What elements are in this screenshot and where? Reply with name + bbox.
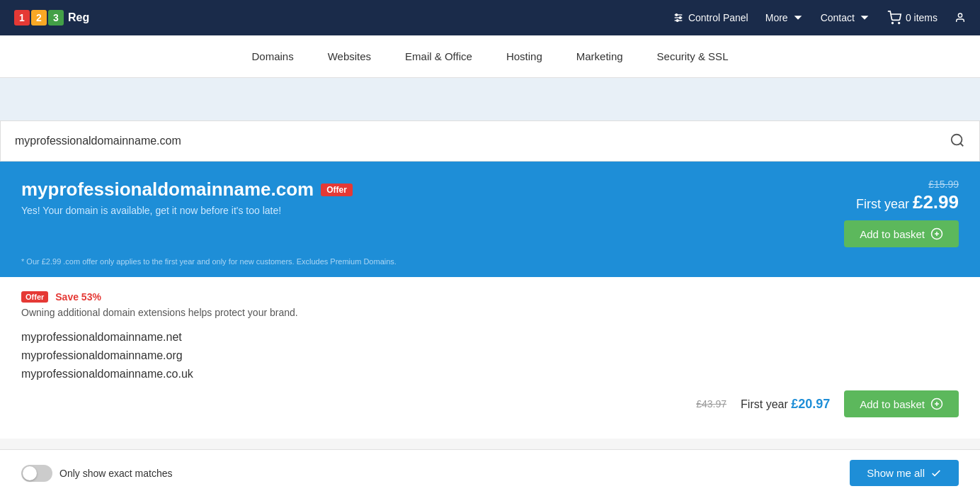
- show-me-label: Show me all: [867, 467, 925, 479]
- bundle-old-price: £43.97: [696, 398, 727, 410]
- contact-label: Contact: [821, 12, 855, 23]
- domain-info: myprofessionaldomainname.com Offer Yes! …: [21, 179, 353, 216]
- cart-icon: [887, 11, 901, 25]
- logo-box-2: 2: [31, 10, 47, 26]
- svg-line-10: [960, 143, 963, 146]
- old-price: £15.99: [844, 179, 959, 190]
- more-menu[interactable]: More: [765, 12, 804, 23]
- bundle-price-row: £43.97 First year £20.97 Add to basket: [21, 390, 959, 424]
- offer-badge-small: Offer: [21, 291, 48, 303]
- nav-email-office[interactable]: Email & Office: [402, 46, 475, 67]
- offer-badge: Offer: [321, 184, 353, 196]
- search-icon: [950, 133, 965, 148]
- search-bar: [0, 120, 980, 162]
- disclaimer-text: * Our £2.99 .com offer only applies to t…: [21, 257, 959, 266]
- cart-button[interactable]: 0 items: [887, 11, 938, 25]
- search-input[interactable]: [15, 135, 950, 147]
- list-item: myprofessionaldomainname.net: [21, 328, 959, 346]
- svg-point-7: [899, 23, 900, 24]
- logo[interactable]: 1 2 3 Reg: [14, 10, 89, 26]
- bundle-domain-list: myprofessionaldomainname.net myprofessio…: [21, 328, 959, 383]
- control-panel-link[interactable]: Control Panel: [673, 12, 748, 23]
- chevron-down-icon-contact: [859, 12, 870, 23]
- add-to-basket-button[interactable]: Add to basket: [844, 220, 959, 247]
- nav-websites[interactable]: Websites: [325, 46, 374, 67]
- svg-point-9: [952, 134, 962, 145]
- exact-match-toggle[interactable]: [21, 465, 52, 482]
- save-text: Save 53%: [55, 291, 101, 303]
- new-price-row: First year £2.99: [844, 191, 959, 213]
- search-button[interactable]: [950, 133, 965, 150]
- toggle-row: Only show exact matches: [21, 465, 173, 482]
- user-icon: [955, 12, 966, 23]
- nav-hosting[interactable]: Hosting: [503, 46, 545, 67]
- logo-box-1: 1: [14, 10, 30, 26]
- more-label: More: [765, 12, 788, 23]
- bundle-first-year-label: First year: [741, 398, 788, 410]
- list-item: myprofessionaldomainname.org: [21, 346, 959, 365]
- logo-text: Reg: [68, 11, 89, 24]
- cart-items-label: 0 items: [906, 12, 938, 23]
- top-nav-right: Control Panel More Contact 0 items: [673, 11, 966, 25]
- bundle-new-price: £20.97: [791, 397, 830, 411]
- bundle-add-btn-label: Add to basket: [860, 398, 925, 410]
- domain-name: myprofessionaldomainname.com: [21, 179, 314, 201]
- toggle-label: Only show exact matches: [59, 468, 173, 479]
- svg-point-8: [958, 13, 962, 17]
- toggle-knob: [23, 466, 37, 480]
- nav-domains[interactable]: Domains: [249, 46, 297, 67]
- top-navbar: 1 2 3 Reg Control Panel More Contact: [0, 0, 980, 35]
- svg-point-4: [679, 17, 681, 19]
- bundle-add-to-basket-button[interactable]: Add to basket: [844, 390, 959, 417]
- chevron-down-icon: [792, 12, 804, 23]
- show-me-all-button[interactable]: Show me all: [850, 460, 959, 486]
- protect-brand-text: Owning additional domain extensions help…: [21, 307, 959, 318]
- control-panel-label: Control Panel: [688, 12, 748, 23]
- price-column: £15.99 First year £2.99 Add to basket: [844, 179, 959, 247]
- svg-point-5: [676, 20, 678, 22]
- offer-header: Offer Save 53%: [21, 291, 959, 303]
- checkmark-icon: [930, 468, 942, 479]
- banner-area: [0, 78, 980, 120]
- nav-security-ssl[interactable]: Security & SSL: [654, 46, 731, 67]
- user-account[interactable]: [955, 12, 966, 23]
- logo-box-3: 3: [48, 10, 64, 26]
- result-top-row: myprofessionaldomainname.com Offer Yes! …: [21, 179, 959, 247]
- plus-circle-icon-bundle: [930, 398, 943, 410]
- svg-point-3: [676, 14, 678, 16]
- list-item: myprofessionaldomainname.co.uk: [21, 365, 959, 383]
- bundle-new-price-row: First year £20.97: [741, 397, 830, 412]
- bottom-bar: Only show exact matches Show me all: [0, 449, 980, 496]
- nav-marketing[interactable]: Marketing: [574, 46, 626, 67]
- sliders-icon: [673, 12, 684, 23]
- add-btn-label: Add to basket: [860, 228, 925, 240]
- contact-menu[interactable]: Contact: [821, 12, 870, 23]
- plus-circle-icon: [930, 227, 943, 240]
- available-text: Yes! Your domain is available, get it no…: [21, 205, 353, 216]
- new-price: £2.99: [913, 191, 959, 213]
- bundle-offer-section: Offer Save 53% Owning additional domain …: [0, 277, 980, 439]
- second-navbar: Domains Websites Email & Office Hosting …: [0, 35, 980, 78]
- svg-point-6: [892, 23, 894, 24]
- domain-name-row: myprofessionaldomainname.com Offer: [21, 179, 353, 201]
- first-year-label: First year: [856, 197, 909, 211]
- domain-result-panel: myprofessionaldomainname.com Offer Yes! …: [0, 162, 980, 277]
